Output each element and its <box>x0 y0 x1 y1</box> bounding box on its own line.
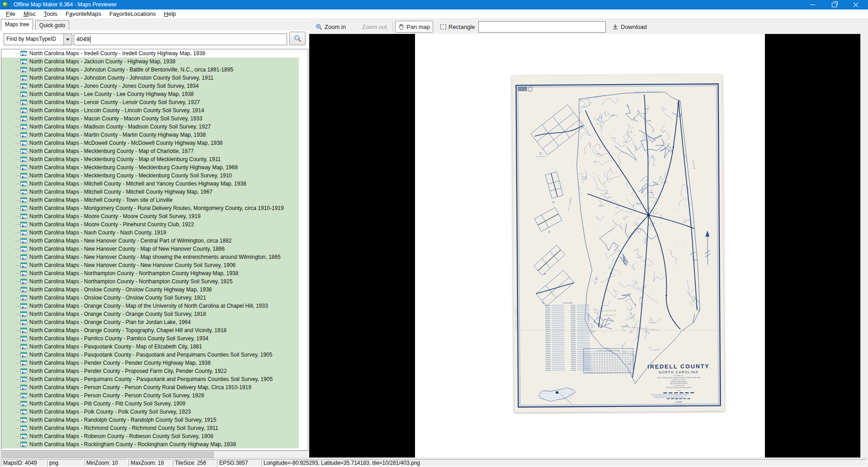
list-item[interactable]: North Carolina Maps - Pitt County - Pitt… <box>1 400 299 408</box>
iredell-county-map: LEGEND CULTURE IN UNINCORPORATED PLACES … <box>512 74 724 412</box>
list-item[interactable]: North Carolina Maps - Iredell County - I… <box>1 49 299 57</box>
map-thumbnail-icon <box>20 181 27 186</box>
menu-tools[interactable]: Tools <box>40 10 61 19</box>
list-item[interactable]: North Carolina Maps - New Hanover County… <box>1 237 299 245</box>
tree-stub <box>15 200 20 200</box>
download-button[interactable]: Download <box>609 21 650 33</box>
svg-text:DAVIE: DAVIE <box>692 160 696 170</box>
menu-favoritemaps[interactable]: FavoriteMaps <box>61 10 105 19</box>
list-item[interactable]: North Carolina Maps - Jackson County - H… <box>1 57 299 66</box>
zoom-out-button[interactable]: Zoom out <box>359 21 390 33</box>
menu-help[interactable]: Help <box>160 10 180 19</box>
list-item[interactable]: North Carolina Maps - Orange County - Ma… <box>1 302 299 310</box>
list-item[interactable]: North Carolina Maps - Onslow County - On… <box>1 286 299 294</box>
list-item[interactable]: North Carolina Maps - Pender County - Pr… <box>1 367 299 375</box>
status-panel: MapsID: 4049 <box>1 459 46 467</box>
list-item[interactable]: North Carolina Maps - Mitchell County - … <box>1 180 299 188</box>
list-item[interactable]: North Carolina Maps - Polk County - Polk… <box>1 408 299 416</box>
search-button[interactable] <box>289 32 306 45</box>
chevron-down-icon[interactable] <box>63 34 72 45</box>
list-item[interactable]: North Carolina Maps - Richmond County - … <box>1 424 299 432</box>
window-title: Offline Map Maker 8.364 - Maps Previewer <box>14 1 117 8</box>
list-item[interactable]: North Carolina Maps - Mecklenburg County… <box>1 163 299 172</box>
list-item[interactable]: North Carolina Maps - Martin County - Ma… <box>1 131 299 139</box>
list-item[interactable]: North Carolina Maps - Mitchell County - … <box>1 196 299 204</box>
search-input[interactable]: 4049 <box>74 33 287 45</box>
pan-map-button[interactable]: Pan map <box>395 21 433 33</box>
map-thumbnail-icon <box>20 295 27 300</box>
list-item[interactable]: North Carolina Maps - Johnston County - … <box>1 66 299 74</box>
list-item[interactable]: North Carolina Maps - Moore County - Moo… <box>1 212 299 220</box>
menu-file[interactable]: File <box>2 10 19 19</box>
map-thumbnail-icon <box>20 401 27 406</box>
rectangle-button[interactable]: Rectangle <box>438 21 478 33</box>
list-item[interactable]: North Carolina Maps - Person County - Pe… <box>1 383 299 391</box>
list-item[interactable]: North Carolina Maps - Pamlico County - P… <box>1 334 299 343</box>
list-item[interactable]: North Carolina Maps - Robeson County - R… <box>1 432 299 440</box>
list-item[interactable]: North Carolina Maps - Orange County - Pl… <box>1 318 299 326</box>
maximize-button[interactable] <box>824 0 844 10</box>
search-query: 4049 <box>76 36 90 43</box>
list-item[interactable]: North Carolina Maps - Madison County - M… <box>1 123 299 131</box>
list-item-label: North Carolina Maps - Mecklenburg County… <box>29 164 238 171</box>
tree-stub <box>15 167 20 168</box>
list-item[interactable]: North Carolina Maps - Lenoir County - Le… <box>1 98 299 106</box>
close-button[interactable] <box>845 0 866 10</box>
tree-stub <box>15 298 20 298</box>
map-thumbnail-icon <box>20 140 27 146</box>
list-item[interactable]: North Carolina Maps - Mitchell County - … <box>1 188 299 196</box>
list-item[interactable]: North Carolina Maps - Rockingham County … <box>1 440 299 448</box>
list-item[interactable]: North Carolina Maps - Johnston County - … <box>1 74 299 82</box>
pan-map-label: Pan map <box>406 24 430 30</box>
list-item[interactable]: North Carolina Maps - Orange County - Or… <box>1 310 299 318</box>
minimize-button[interactable] <box>802 0 823 10</box>
list-item[interactable]: North Carolina Maps - Mecklenburg County… <box>1 155 299 163</box>
list-item[interactable]: North Carolina Maps - Lincoln County - L… <box>1 106 299 114</box>
list-item[interactable]: North Carolina Maps - Pasquotank County … <box>1 343 299 351</box>
list-item[interactable]: North Carolina Maps - Northampton County… <box>1 269 299 277</box>
list-item-label: North Carolina Maps - Mitchell County - … <box>29 189 212 195</box>
legend-title: LEGEND <box>563 302 573 304</box>
list-item[interactable]: North Carolina Maps - Moore County - Pin… <box>1 220 299 229</box>
list-item[interactable]: North Carolina Maps - Orange County - To… <box>1 326 299 334</box>
toolbar-input[interactable] <box>478 21 606 33</box>
list-item[interactable]: North Carolina Maps - Northampton County… <box>1 277 299 286</box>
map-thumbnail-icon <box>20 376 27 382</box>
list-item-label: North Carolina Maps - Pasquotank County … <box>29 343 202 350</box>
list-item[interactable]: North Carolina Maps - New Hanover County… <box>1 253 299 261</box>
list-item[interactable]: North Carolina Maps - Onslow County - On… <box>1 294 299 302</box>
list-item[interactable]: North Carolina Maps - Macon County - Mac… <box>1 114 299 123</box>
map-viewport[interactable]: LEGEND CULTURE IN UNINCORPORATED PLACES … <box>309 34 868 457</box>
tree-stub <box>15 241 20 241</box>
status-panel: EPSG:3857 <box>217 459 260 467</box>
list-item[interactable]: North Carolina Maps - Jones County - Jon… <box>1 82 299 90</box>
list-item[interactable]: North Carolina Maps - Randolph County - … <box>1 416 299 424</box>
vertical-scrollbar[interactable] <box>860 34 868 457</box>
list-item[interactable]: North Carolina Maps - New Hanover County… <box>1 261 299 269</box>
menu-misc[interactable]: Misc <box>19 10 40 19</box>
list-item[interactable]: North Carolina Maps - McDowell County - … <box>1 139 299 147</box>
list-item[interactable]: North Carolina Maps - New Hanover County… <box>1 245 299 253</box>
tree-stub <box>15 102 20 103</box>
list-item[interactable]: North Carolina Maps - Montgomery County … <box>1 204 299 212</box>
list-item-label: North Carolina Maps - Moore County - Pin… <box>29 221 194 228</box>
tab-quick-goto[interactable]: Quick goto <box>35 20 69 30</box>
horizontal-scrollbar[interactable] <box>0 451 309 458</box>
tab-maps-tree[interactable]: Maps tree <box>1 19 33 30</box>
list-item[interactable]: North Carolina Maps - Lee County - Lee C… <box>1 90 299 98</box>
list-item[interactable]: North Carolina Maps - Nash County - Nash… <box>1 229 299 237</box>
list-item[interactable]: North Carolina Maps - Pasquotank County … <box>1 351 299 359</box>
menu-favoritelocations[interactable]: FavoriteLocations <box>105 10 160 19</box>
list-item[interactable]: North Carolina Maps - Person County - Pe… <box>1 391 299 400</box>
list-item[interactable]: North Carolina Maps - Pender County - Pe… <box>1 359 299 367</box>
zoom-in-button[interactable]: Zoom in <box>313 21 349 33</box>
scrollbar-thumb[interactable] <box>1 452 214 458</box>
list-item[interactable]: North Carolina Maps - Mecklenburg County… <box>1 147 299 155</box>
tree-stub <box>15 314 20 315</box>
map-thumbnail-icon <box>20 319 27 325</box>
map-year: 1938 <box>675 400 682 403</box>
list-item[interactable]: North Carolina Maps - Mecklenburg County… <box>1 172 299 180</box>
list-item-label: North Carolina Maps - Pender County - Pr… <box>29 368 226 374</box>
find-by-dropdown[interactable]: Find by MapsTypeID <box>4 33 72 45</box>
list-item[interactable]: North Carolina Maps - Perquimans County … <box>1 375 299 383</box>
